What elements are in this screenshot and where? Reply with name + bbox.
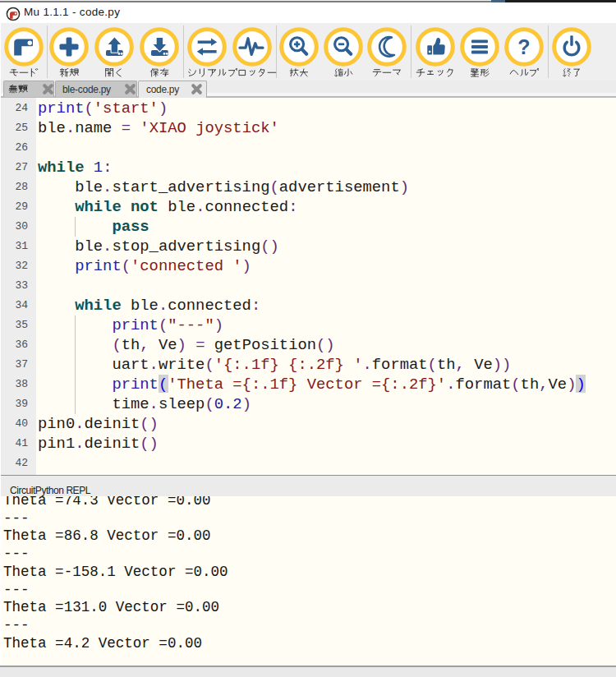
- svg-text:?: ?: [517, 35, 530, 58]
